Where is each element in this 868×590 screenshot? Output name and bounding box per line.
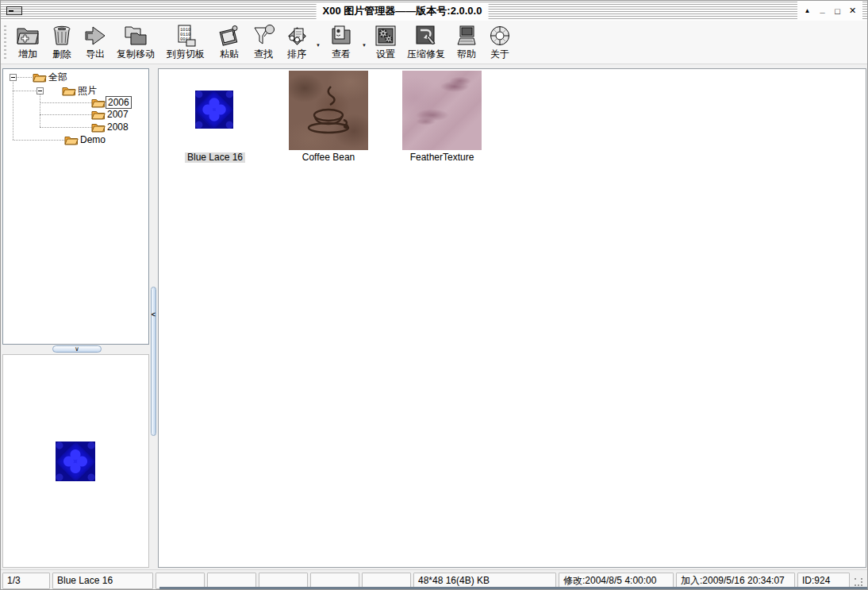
folder-icon: [64, 134, 79, 145]
thumbnail-feather-texture[interactable]: [402, 71, 482, 150]
tree-node-photos[interactable]: 照片: [62, 85, 98, 96]
toolbar-label: 增加: [18, 48, 37, 60]
vertical-splitter[interactable]: <: [149, 68, 158, 568]
coffee-cup-sketch: [289, 71, 368, 150]
paste-icon: [217, 22, 242, 48]
window-controls: ▲ _ □ ✕: [797, 1, 862, 21]
toolbar-grip[interactable]: [4, 25, 6, 59]
tree-node-label: Demo: [79, 134, 107, 145]
export-button[interactable]: 导出: [79, 22, 112, 62]
view-dropdown-arrow[interactable]: ▼: [359, 22, 369, 62]
maximize-button[interactable]: □: [831, 4, 844, 17]
find-button[interactable]: 查找: [247, 22, 280, 62]
gears-icon: [373, 22, 398, 48]
tree-connector: [13, 80, 13, 140]
toolbar-label: 压缩修复: [407, 48, 445, 60]
compress-repair-button[interactable]: 压缩修复: [402, 22, 450, 62]
preview-panel: [2, 354, 149, 568]
tree-connector: [13, 91, 36, 91]
toolbar-label: 粘贴: [220, 48, 239, 60]
copy-move-button[interactable]: 复制移动: [112, 22, 159, 62]
lifering-icon: [487, 22, 513, 48]
sort-icon: [284, 22, 309, 48]
tree-connector: [13, 140, 64, 141]
tree-node-2007[interactable]: 2007: [91, 109, 130, 120]
splitter-grip[interactable]: [151, 287, 156, 436]
paste-button[interactable]: 粘贴: [212, 22, 247, 62]
tree-connector: [40, 94, 40, 127]
copy-move-icon: [123, 22, 148, 48]
window-bottom-edge: [159, 587, 867, 589]
thumbnail-label[interactable]: Coffee Bean: [300, 152, 358, 163]
tree-node-label: 照片: [76, 85, 98, 96]
tree-node-label: 2007: [106, 109, 130, 120]
find-icon: [251, 22, 276, 48]
toolbar-label: 复制移动: [117, 48, 155, 60]
tree-connector: [40, 102, 92, 103]
sort-button[interactable]: 排序: [280, 22, 313, 62]
tree-collapse-toggle[interactable]: [36, 87, 44, 94]
toolbar-label: 设置: [376, 48, 395, 60]
status-cell-filename: Blue Lace 16: [52, 573, 153, 589]
toolbar-label: 到剪切板: [167, 48, 205, 60]
tree-node-label: 2006: [106, 96, 132, 109]
status-cell-index: 1/3: [2, 573, 50, 589]
folder-icon: [91, 109, 106, 120]
chevron-left-icon[interactable]: <: [150, 310, 157, 318]
settings-button[interactable]: 设置: [369, 22, 402, 62]
tree-node-label: 全部: [47, 71, 69, 83]
tree-node-all[interactable]: 全部: [33, 71, 69, 83]
tree-node-2006[interactable]: 2006: [91, 97, 132, 108]
tree-connector: [40, 114, 92, 115]
titlebar[interactable]: X00 图片管理器——版本号:2.0.0.0 ▲ _ □ ✕: [1, 1, 867, 21]
preview-image-blue-lace: [56, 442, 95, 481]
folder-icon: [33, 71, 47, 83]
window-title: X00 图片管理器——版本号:2.0.0.0: [317, 2, 489, 20]
tree-node-label: 2008: [106, 121, 130, 133]
tree-node-demo[interactable]: Demo: [64, 134, 107, 145]
minimize-button[interactable]: _: [816, 4, 829, 17]
folder-icon: [62, 85, 76, 96]
view-button[interactable]: 查看: [323, 22, 359, 62]
toolbar: 增加 删除 导出 复制移动 101001100011 到剪切板: [1, 21, 867, 64]
clipboard-doc-icon: 101001100011: [173, 22, 198, 48]
computer-icon: [454, 22, 479, 48]
repair-icon: [413, 22, 439, 48]
toolbar-label: 导出: [86, 48, 105, 60]
about-button[interactable]: 关于: [483, 22, 517, 62]
toolbar-label: 删除: [52, 48, 71, 60]
chevron-down-icon: ∨: [75, 346, 79, 353]
collapse-down-button[interactable]: ∨: [52, 345, 102, 353]
app-window: X00 图片管理器——版本号:2.0.0.0 ▲ _ □ ✕ 增加 删除: [0, 0, 868, 590]
system-menu-icon[interactable]: [6, 6, 22, 15]
minimize-icon: _: [820, 4, 824, 13]
thumbnail-coffee-bean[interactable]: [289, 71, 368, 150]
toolbar-label: 查看: [332, 48, 351, 60]
folder-icon: [91, 121, 106, 133]
toolbar-label: 查找: [254, 48, 273, 60]
trash-icon: [49, 22, 75, 48]
tree-connector: [40, 127, 92, 128]
delete-button[interactable]: 删除: [45, 22, 79, 62]
toolbar-label: 关于: [490, 48, 509, 60]
folder-tree-panel: 全部 照片 2006 2007 2008 Demo: [2, 68, 149, 345]
tree-node-2008[interactable]: 2008: [91, 121, 130, 133]
help-button[interactable]: 帮助: [450, 22, 483, 62]
thumbnail-label[interactable]: FeatherTexture: [408, 152, 477, 163]
tree-connector: [17, 77, 32, 78]
view-icon: [328, 22, 354, 48]
thumbnail-panel: Blue Lace 16 Coffee Bean FeatherTexture: [158, 68, 866, 568]
sort-dropdown-arrow[interactable]: ▼: [313, 22, 323, 62]
export-arrow-icon: [83, 22, 108, 48]
thumbnail-label[interactable]: Blue Lace 16: [185, 152, 245, 163]
add-button[interactable]: 增加: [10, 22, 45, 62]
thumbnail-blue-lace[interactable]: [195, 91, 233, 129]
to-clipboard-button[interactable]: 101001100011 到剪切板: [159, 22, 212, 62]
close-button[interactable]: ✕: [846, 4, 859, 17]
tree-collapse-toggle[interactable]: [10, 74, 17, 81]
left-horizontal-splitter[interactable]: ∨: [2, 345, 149, 354]
add-folder-icon: [15, 22, 40, 48]
toolbar-label: 帮助: [457, 48, 476, 60]
pin-button[interactable]: ▲: [801, 4, 814, 17]
folder-icon: [91, 97, 106, 108]
